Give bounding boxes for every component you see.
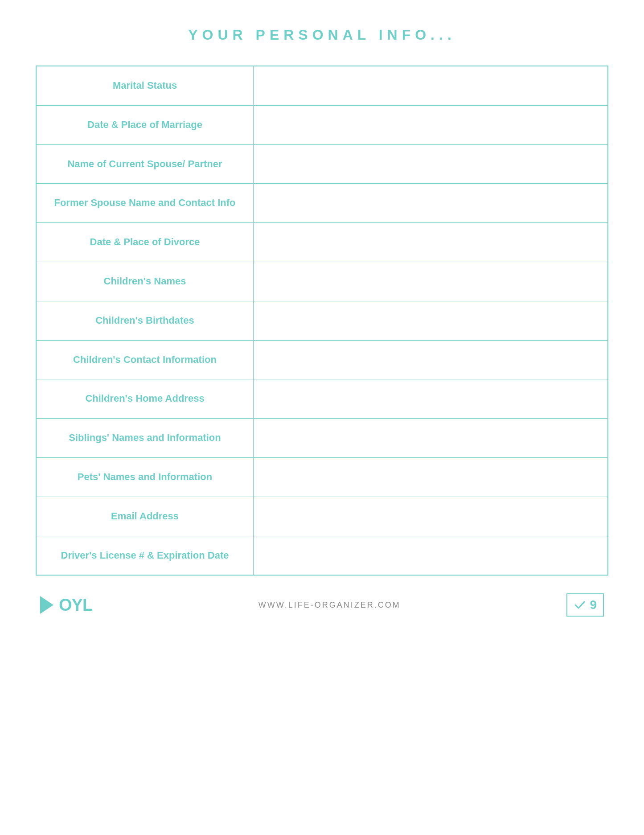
label-cell-pets-names: Pets' Names and Information	[36, 457, 254, 497]
label-cell-childrens-birthdates: Children's Birthdates	[36, 301, 254, 340]
label-cell-date-place-divorce: Date & Place of Divorce	[36, 223, 254, 262]
logo-container: OYL	[40, 594, 92, 616]
label-text-pets-names: Pets' Names and Information	[78, 471, 212, 482]
label-cell-childrens-names: Children's Names	[36, 262, 254, 301]
value-cell-marital-status[interactable]	[254, 66, 608, 105]
table-row-pets-names: Pets' Names and Information	[36, 457, 608, 497]
label-cell-drivers-license: Driver's License # & Expiration Date	[36, 536, 254, 575]
logo-text: OYL	[59, 596, 92, 615]
label-text-childrens-birthdates: Children's Birthdates	[95, 315, 194, 326]
table-row-childrens-names: Children's Names	[36, 262, 608, 301]
page-number: 9	[590, 598, 597, 612]
page: YOUR PERSONAL INFO... Marital StatusDate…	[0, 0, 644, 835]
value-cell-childrens-home-address[interactable]	[254, 379, 608, 419]
value-cell-date-place-divorce[interactable]	[254, 223, 608, 262]
page-title: YOUR PERSONAL INFO...	[36, 27, 608, 43]
table-row-former-spouse: Former Spouse Name and Contact Info	[36, 184, 608, 223]
value-cell-date-place-marriage[interactable]	[254, 105, 608, 144]
label-text-childrens-home-address: Children's Home Address	[85, 393, 204, 404]
label-text-drivers-license: Driver's License # & Expiration Date	[61, 550, 229, 561]
value-cell-childrens-birthdates[interactable]	[254, 301, 608, 340]
value-cell-drivers-license[interactable]	[254, 536, 608, 575]
label-text-marital-status: Marital Status	[113, 80, 177, 91]
table-row-siblings-names: Siblings' Names and Information	[36, 419, 608, 458]
label-cell-marital-status: Marital Status	[36, 66, 254, 105]
table-row-childrens-contact: Children's Contact Information	[36, 340, 608, 379]
label-cell-current-spouse: Name of Current Spouse/ Partner	[36, 144, 254, 184]
label-text-childrens-names: Children's Names	[104, 276, 186, 287]
label-text-date-place-marriage: Date & Place of Marriage	[87, 119, 202, 130]
label-text-current-spouse: Name of Current Spouse/ Partner	[67, 158, 222, 169]
page-badge: 9	[566, 593, 604, 617]
table-row-email-address: Email Address	[36, 497, 608, 536]
label-text-former-spouse: Former Spouse Name and Contact Info	[54, 197, 235, 208]
value-cell-siblings-names[interactable]	[254, 419, 608, 458]
table-row-marital-status: Marital Status	[36, 66, 608, 105]
label-cell-siblings-names: Siblings' Names and Information	[36, 419, 254, 458]
value-cell-former-spouse[interactable]	[254, 184, 608, 223]
value-cell-childrens-names[interactable]	[254, 262, 608, 301]
label-cell-childrens-contact: Children's Contact Information	[36, 340, 254, 379]
table-row-childrens-birthdates: Children's Birthdates	[36, 301, 608, 340]
info-table: Marital StatusDate & Place of MarriageNa…	[36, 66, 608, 576]
label-cell-email-address: Email Address	[36, 497, 254, 536]
value-cell-current-spouse[interactable]	[254, 144, 608, 184]
table-row-current-spouse: Name of Current Spouse/ Partner	[36, 144, 608, 184]
footer: OYL WWW.LIFE-ORGANIZER.COM 9	[36, 593, 608, 617]
label-text-date-place-divorce: Date & Place of Divorce	[90, 236, 200, 247]
logo-icon	[40, 594, 58, 616]
table-row-date-place-marriage: Date & Place of Marriage	[36, 105, 608, 144]
svg-marker-0	[40, 596, 53, 614]
checkmark-icon	[574, 599, 586, 611]
label-text-siblings-names: Siblings' Names and Information	[69, 432, 221, 443]
value-cell-childrens-contact[interactable]	[254, 340, 608, 379]
label-cell-childrens-home-address: Children's Home Address	[36, 379, 254, 419]
table-row-date-place-divorce: Date & Place of Divorce	[36, 223, 608, 262]
label-text-email-address: Email Address	[111, 510, 179, 522]
label-text-childrens-contact: Children's Contact Information	[73, 354, 217, 365]
value-cell-pets-names[interactable]	[254, 457, 608, 497]
table-row-drivers-license: Driver's License # & Expiration Date	[36, 536, 608, 575]
label-cell-date-place-marriage: Date & Place of Marriage	[36, 105, 254, 144]
website-text: WWW.LIFE-ORGANIZER.COM	[258, 601, 401, 610]
table-row-childrens-home-address: Children's Home Address	[36, 379, 608, 419]
value-cell-email-address[interactable]	[254, 497, 608, 536]
label-cell-former-spouse: Former Spouse Name and Contact Info	[36, 184, 254, 223]
